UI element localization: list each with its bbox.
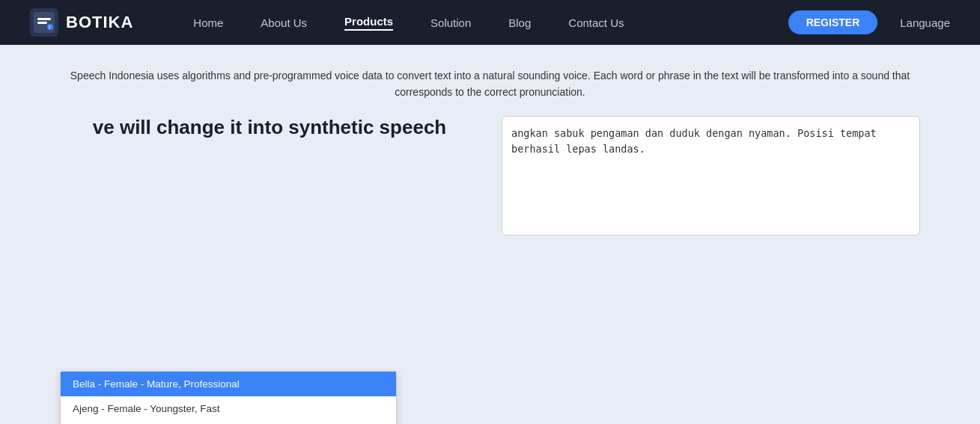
language-selector[interactable]: Language <box>900 16 950 29</box>
nav-right: REGISTER Language <box>788 10 950 34</box>
nav-solution[interactable]: Solution <box>430 16 471 29</box>
dropdown-option-0[interactable]: Bella - Female - Mature, Professional <box>61 372 396 396</box>
voice-dropdown-container: Bella - Female - Mature, Professional Aj… <box>60 371 314 404</box>
nav-contact[interactable]: Contact Us <box>568 16 624 29</box>
dropdown-option-2[interactable]: Syifa - Female - Mature, Gentle, Polite <box>61 421 396 424</box>
nav-about[interactable]: About Us <box>261 16 307 29</box>
dropdown-option-1[interactable]: Ajeng - Female - Youngster, Fast <box>61 396 396 421</box>
svg-text:!: ! <box>49 25 50 30</box>
nav-home[interactable]: Home <box>193 16 223 29</box>
voice-dropdown-list[interactable]: Bella - Female - Mature, Professional Aj… <box>60 371 397 424</box>
page-layout: ve will change it into synthetic speech … <box>60 116 920 424</box>
main-content: Speech Indonesia uses algorithms and pre… <box>0 45 980 424</box>
nav-products[interactable]: Products <box>344 15 393 31</box>
svg-rect-1 <box>37 18 51 20</box>
logo-icon: ! <box>30 8 58 37</box>
description-text: Speech Indonesia uses algorithms and pre… <box>60 67 920 101</box>
logo-text: BOTIKA <box>66 13 133 32</box>
left-column: ve will change it into synthetic speech … <box>60 116 479 424</box>
nav-links: Home About Us Products Solution Blog Con… <box>193 15 788 31</box>
tts-textarea[interactable] <box>502 116 920 236</box>
headline: ve will change it into synthetic speech <box>60 116 479 139</box>
logo[interactable]: ! BOTIKA <box>30 8 133 37</box>
navbar: ! BOTIKA Home About Us Products Solution… <box>0 0 980 45</box>
svg-rect-2 <box>37 22 47 24</box>
register-button[interactable]: REGISTER <box>788 10 878 34</box>
nav-blog[interactable]: Blog <box>508 16 531 29</box>
right-column <box>502 116 920 424</box>
